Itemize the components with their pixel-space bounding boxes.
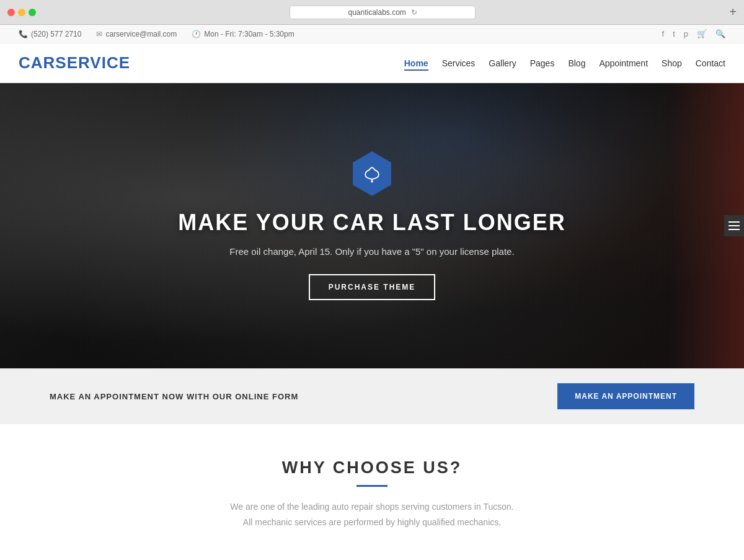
- cart-icon[interactable]: 🛒: [697, 29, 707, 38]
- why-choose-section: WHY CHOOSE US? We are one of the leading…: [0, 424, 744, 560]
- hero-title: MAKE YOUR CAR LAST LONGER: [178, 210, 565, 236]
- hero-hexagon-icon: [350, 151, 394, 196]
- nav-blog[interactable]: Blog: [568, 58, 585, 68]
- nav-shop[interactable]: Shop: [662, 58, 682, 68]
- reload-icon[interactable]: ↻: [411, 8, 417, 17]
- why-subtitle-line1: We are one of the leading auto repair sh…: [230, 502, 513, 512]
- top-bar: 📞 (520) 577 2710 ✉ carservice@mail.com 🕐…: [0, 25, 744, 43]
- why-title: WHY CHOOSE US?: [19, 458, 725, 478]
- why-subtitle-line2: All mechanic services are performed by h…: [243, 517, 501, 527]
- svg-rect-2: [728, 221, 740, 223]
- maximize-dot[interactable]: [29, 9, 36, 16]
- hero-subtitle: Free oil change, April 15. Only if you h…: [229, 244, 514, 259]
- hours-text: Mon - Fri: 7:30am - 5:30pm: [204, 30, 294, 38]
- pinterest-icon[interactable]: p: [684, 29, 688, 38]
- facebook-icon[interactable]: f: [662, 29, 665, 38]
- make-appointment-button[interactable]: MAKE AN APPOINTMENT: [557, 383, 694, 409]
- nav-pages[interactable]: Pages: [530, 58, 555, 68]
- svg-rect-4: [728, 229, 740, 230]
- hero-content: MAKE YOUR CAR LAST LONGER Free oil chang…: [178, 151, 565, 300]
- email-info: ✉ carservice@mail.com: [96, 30, 177, 38]
- nav-gallery[interactable]: Gallery: [489, 58, 516, 68]
- close-dot[interactable]: [7, 9, 15, 16]
- logo[interactable]: CARSERVICE: [19, 53, 130, 73]
- appointment-bar: MAKE AN APPOINTMENT NOW WITH OUR ONLINE …: [0, 368, 744, 424]
- nav-contact[interactable]: Contact: [696, 58, 725, 68]
- search-icon[interactable]: 🔍: [715, 29, 725, 38]
- nav-services[interactable]: Services: [442, 58, 476, 68]
- car-droplet-icon: [361, 162, 383, 185]
- why-subtitle: We are one of the leading auto repair sh…: [211, 499, 533, 530]
- url-bar[interactable]: quanticalabs.com ↻: [290, 6, 476, 19]
- main-nav: CARSERVICE Home Services Gallery Pages B…: [0, 43, 744, 83]
- nav-home[interactable]: Home: [404, 58, 428, 71]
- url-text: quanticalabs.com: [348, 8, 405, 17]
- phone-icon: 📞: [19, 30, 28, 38]
- email-icon: ✉: [96, 30, 102, 38]
- svg-rect-3: [728, 225, 740, 226]
- purchase-theme-button[interactable]: PURCHASE THEME: [309, 274, 436, 300]
- phone-info: 📞 (520) 577 2710: [19, 30, 81, 38]
- main-nav-links: Home Services Gallery Pages Blog Appoint…: [404, 58, 725, 68]
- nav-appointment[interactable]: Appointment: [599, 58, 648, 68]
- appointment-bar-text: MAKE AN APPOINTMENT NOW WITH OUR ONLINE …: [50, 392, 298, 401]
- browser-dots: [7, 9, 36, 16]
- clock-icon: 🕐: [192, 30, 201, 38]
- hero-section: MAKE YOUR CAR LAST LONGER Free oil chang…: [0, 83, 744, 368]
- svg-point-0: [371, 180, 373, 183]
- hours-info: 🕐 Mon - Fri: 7:30am - 5:30pm: [192, 30, 294, 38]
- why-divider: [356, 485, 388, 487]
- sidebar-toggle-button[interactable]: [724, 215, 744, 236]
- browser-chrome: quanticalabs.com ↻ +: [0, 0, 744, 25]
- new-tab-button[interactable]: +: [729, 5, 737, 19]
- phone-number: (520) 577 2710: [31, 30, 81, 38]
- email-address: carservice@mail.com: [105, 30, 177, 38]
- minimize-dot[interactable]: [18, 9, 25, 16]
- twitter-icon[interactable]: t: [673, 29, 675, 38]
